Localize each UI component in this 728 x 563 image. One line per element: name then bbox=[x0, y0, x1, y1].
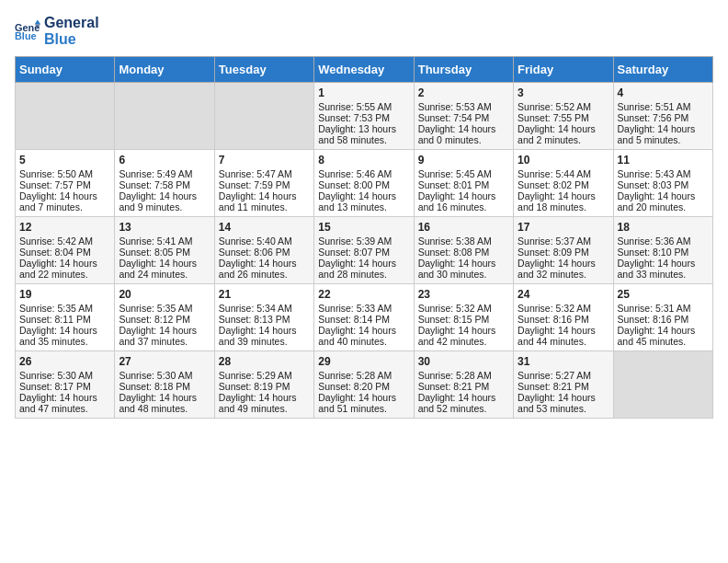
day-number: 26 bbox=[19, 355, 110, 368]
sunset-text: Sunset: 8:20 PM bbox=[318, 381, 409, 392]
sunset-text: Sunset: 8:00 PM bbox=[318, 179, 409, 190]
day-number: 7 bbox=[219, 154, 310, 167]
calendar-body: 1Sunrise: 5:55 AMSunset: 7:53 PMDaylight… bbox=[16, 83, 713, 419]
sunset-text: Sunset: 7:55 PM bbox=[518, 112, 609, 123]
sunrise-text: Sunrise: 5:27 AM bbox=[518, 370, 609, 381]
sunset-text: Sunset: 8:12 PM bbox=[119, 314, 210, 325]
daylight-text: Daylight: 14 hours and 28 minutes. bbox=[318, 258, 409, 280]
calendar-cell: 19Sunrise: 5:35 AMSunset: 8:11 PMDayligh… bbox=[16, 284, 115, 351]
sunrise-text: Sunrise: 5:46 AM bbox=[318, 168, 409, 179]
sunrise-text: Sunrise: 5:29 AM bbox=[219, 370, 310, 381]
sunset-text: Sunset: 7:56 PM bbox=[618, 112, 709, 123]
page-header: General Blue General Blue bbox=[15, 15, 713, 47]
week-row-3: 12Sunrise: 5:42 AMSunset: 8:04 PMDayligh… bbox=[16, 217, 713, 284]
sunrise-text: Sunrise: 5:55 AM bbox=[318, 101, 409, 112]
calendar-cell: 27Sunrise: 5:30 AMSunset: 8:18 PMDayligh… bbox=[115, 351, 214, 419]
sunrise-text: Sunrise: 5:37 AM bbox=[518, 236, 609, 247]
calendar-cell: 13Sunrise: 5:41 AMSunset: 8:05 PMDayligh… bbox=[115, 217, 214, 284]
calendar-cell: 25Sunrise: 5:31 AMSunset: 8:16 PMDayligh… bbox=[613, 284, 712, 351]
day-number: 27 bbox=[119, 355, 210, 368]
daylight-text: Daylight: 14 hours and 47 minutes. bbox=[19, 392, 110, 414]
sunset-text: Sunset: 8:17 PM bbox=[19, 381, 110, 392]
calendar-cell bbox=[115, 83, 214, 150]
daylight-text: Daylight: 14 hours and 32 minutes. bbox=[518, 258, 609, 280]
day-number: 31 bbox=[518, 355, 609, 368]
day-number: 23 bbox=[418, 288, 509, 301]
daylight-text: Daylight: 14 hours and 45 minutes. bbox=[618, 325, 709, 347]
day-number: 13 bbox=[119, 221, 210, 234]
calendar-cell bbox=[613, 351, 712, 419]
daylight-text: Daylight: 14 hours and 51 minutes. bbox=[318, 392, 409, 414]
header-monday: Monday bbox=[115, 57, 214, 83]
sunrise-text: Sunrise: 5:40 AM bbox=[219, 236, 310, 247]
daylight-text: Daylight: 14 hours and 9 minutes. bbox=[119, 190, 210, 213]
day-number: 18 bbox=[618, 221, 709, 234]
day-number: 6 bbox=[119, 154, 210, 167]
daylight-text: Daylight: 14 hours and 5 minutes. bbox=[618, 123, 709, 145]
logo-blue: Blue bbox=[44, 31, 99, 48]
calendar-cell bbox=[16, 83, 115, 150]
calendar-cell: 3Sunrise: 5:52 AMSunset: 7:55 PMDaylight… bbox=[514, 83, 613, 150]
calendar-cell: 14Sunrise: 5:40 AMSunset: 8:06 PMDayligh… bbox=[214, 217, 313, 284]
sunrise-text: Sunrise: 5:47 AM bbox=[219, 168, 310, 179]
calendar-cell: 1Sunrise: 5:55 AMSunset: 7:53 PMDaylight… bbox=[314, 83, 414, 150]
sunset-text: Sunset: 7:57 PM bbox=[19, 179, 110, 190]
calendar-cell: 29Sunrise: 5:28 AMSunset: 8:20 PMDayligh… bbox=[314, 351, 414, 419]
calendar-cell: 9Sunrise: 5:45 AMSunset: 8:01 PMDaylight… bbox=[414, 150, 513, 217]
day-number: 14 bbox=[219, 221, 310, 234]
sunrise-text: Sunrise: 5:36 AM bbox=[618, 236, 709, 247]
sunrise-text: Sunrise: 5:32 AM bbox=[418, 303, 509, 314]
calendar-cell: 26Sunrise: 5:30 AMSunset: 8:17 PMDayligh… bbox=[16, 351, 115, 419]
daylight-text: Daylight: 14 hours and 37 minutes. bbox=[119, 325, 210, 347]
sunset-text: Sunset: 7:53 PM bbox=[318, 112, 409, 123]
calendar-cell: 6Sunrise: 5:49 AMSunset: 7:58 PMDaylight… bbox=[115, 150, 214, 217]
daylight-text: Daylight: 14 hours and 11 minutes. bbox=[219, 190, 310, 213]
daylight-text: Daylight: 14 hours and 16 minutes. bbox=[418, 190, 509, 213]
daylight-text: Daylight: 14 hours and 44 minutes. bbox=[518, 325, 609, 347]
calendar-cell: 22Sunrise: 5:33 AMSunset: 8:14 PMDayligh… bbox=[314, 284, 414, 351]
daylight-text: Daylight: 14 hours and 53 minutes. bbox=[518, 392, 609, 414]
sunrise-text: Sunrise: 5:45 AM bbox=[418, 168, 509, 179]
logo-icon: General Blue bbox=[15, 18, 40, 44]
sunset-text: Sunset: 8:16 PM bbox=[518, 314, 609, 325]
calendar-cell: 8Sunrise: 5:46 AMSunset: 8:00 PMDaylight… bbox=[314, 150, 414, 217]
day-number: 29 bbox=[318, 355, 409, 368]
calendar-cell: 11Sunrise: 5:43 AMSunset: 8:03 PMDayligh… bbox=[613, 150, 712, 217]
calendar-cell: 12Sunrise: 5:42 AMSunset: 8:04 PMDayligh… bbox=[16, 217, 115, 284]
day-number: 21 bbox=[219, 288, 310, 301]
daylight-text: Daylight: 14 hours and 40 minutes. bbox=[318, 325, 409, 347]
sunset-text: Sunset: 8:03 PM bbox=[618, 179, 709, 190]
sunrise-text: Sunrise: 5:44 AM bbox=[518, 168, 609, 179]
sunset-text: Sunset: 8:09 PM bbox=[518, 247, 609, 258]
daylight-text: Daylight: 14 hours and 30 minutes. bbox=[418, 258, 509, 280]
sunrise-text: Sunrise: 5:49 AM bbox=[119, 168, 210, 179]
calendar-cell: 20Sunrise: 5:35 AMSunset: 8:12 PMDayligh… bbox=[115, 284, 214, 351]
sunrise-text: Sunrise: 5:28 AM bbox=[418, 370, 509, 381]
sunrise-text: Sunrise: 5:42 AM bbox=[19, 236, 110, 247]
header-wednesday: Wednesday bbox=[314, 57, 414, 83]
day-number: 9 bbox=[418, 154, 509, 167]
calendar-cell: 31Sunrise: 5:27 AMSunset: 8:21 PMDayligh… bbox=[514, 351, 613, 419]
day-number: 12 bbox=[19, 221, 110, 234]
sunset-text: Sunset: 8:15 PM bbox=[418, 314, 509, 325]
sunset-text: Sunset: 8:04 PM bbox=[19, 247, 110, 258]
daylight-text: Daylight: 14 hours and 2 minutes. bbox=[518, 123, 609, 145]
day-number: 19 bbox=[19, 288, 110, 301]
calendar-cell: 16Sunrise: 5:38 AMSunset: 8:08 PMDayligh… bbox=[414, 217, 513, 284]
sunset-text: Sunset: 7:58 PM bbox=[119, 179, 210, 190]
sunrise-text: Sunrise: 5:43 AM bbox=[618, 168, 709, 179]
day-number: 24 bbox=[518, 288, 609, 301]
sunset-text: Sunset: 8:18 PM bbox=[119, 381, 210, 392]
sunset-text: Sunset: 8:05 PM bbox=[119, 247, 210, 258]
logo: General Blue General Blue bbox=[15, 15, 99, 47]
day-number: 10 bbox=[518, 154, 609, 167]
calendar-cell: 24Sunrise: 5:32 AMSunset: 8:16 PMDayligh… bbox=[514, 284, 613, 351]
daylight-text: Daylight: 14 hours and 52 minutes. bbox=[418, 392, 509, 414]
day-number: 17 bbox=[518, 221, 609, 234]
sunrise-text: Sunrise: 5:41 AM bbox=[119, 236, 210, 247]
day-number: 30 bbox=[418, 355, 509, 368]
day-number: 22 bbox=[318, 288, 409, 301]
calendar-cell: 2Sunrise: 5:53 AMSunset: 7:54 PMDaylight… bbox=[414, 83, 513, 150]
sunset-text: Sunset: 8:16 PM bbox=[618, 314, 709, 325]
sunset-text: Sunset: 8:21 PM bbox=[518, 381, 609, 392]
